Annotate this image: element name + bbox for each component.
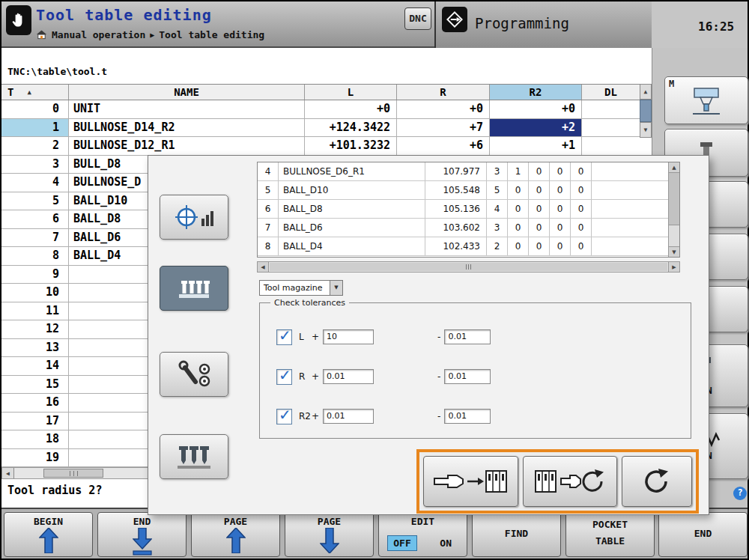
- cell-l: +124.3422: [305, 119, 397, 137]
- cell-t: 4: [1, 174, 69, 192]
- scroll-right-icon[interactable]: ▶: [668, 262, 679, 272]
- magazine-row[interactable]: 6 BALL_D8 105.136 4 0 0 0 0: [258, 200, 679, 219]
- softkey-edit-toggle[interactable]: EDIT OFF ON: [378, 512, 467, 557]
- cell-t: 12: [1, 320, 69, 338]
- app-header: Tool table editing Manual operation ▶ To…: [1, 1, 748, 48]
- cell-tool-name: BALL_D10: [279, 181, 425, 199]
- table-row[interactable]: 1 BULLNOSE_D14_R2 +124.3422 +7 +2: [1, 119, 640, 138]
- scroll-down-icon[interactable]: ▼: [669, 246, 679, 257]
- magazine-row[interactable]: 7 BALL_D6 103.602 3 0 0 0 0: [258, 219, 679, 237]
- cell-radius: 4: [487, 200, 508, 218]
- cell-r2: 0: [508, 237, 529, 255]
- scroll-up-icon[interactable]: ▲: [640, 84, 652, 100]
- tolerance-checkbox[interactable]: ✓: [276, 409, 292, 424]
- softkey-pocket-table[interactable]: POCKET TABLE: [565, 512, 655, 557]
- softkey-label: PAGE: [285, 516, 373, 527]
- cell-filler: [592, 200, 679, 218]
- scroll-up-icon[interactable]: ▲: [669, 162, 679, 173]
- tolerance-plus-input[interactable]: 0.01: [323, 409, 374, 424]
- col-header-r2[interactable]: R2: [490, 85, 582, 100]
- magazine-row[interactable]: 5 BALL_D10 105.548 5 0 0 0 0: [258, 181, 679, 200]
- arrow-down-bar-icon: [133, 528, 152, 556]
- softkey-label: BEGIN: [4, 516, 92, 527]
- wrench-icon: [176, 359, 212, 389]
- tolerance-checkbox[interactable]: ✓: [276, 369, 292, 385]
- scroll-down-icon[interactable]: ▼: [640, 122, 652, 138]
- tolerance-minus-input[interactable]: 0.01: [444, 409, 491, 424]
- programming-tab[interactable]: Programming: [434, 1, 652, 48]
- cell-filler: [592, 219, 679, 237]
- tolerance-checkbox[interactable]: ✓: [276, 329, 292, 345]
- cell-r2: +1: [490, 137, 582, 155]
- tolerance-label: L: [299, 332, 312, 342]
- col-header-l[interactable]: L: [305, 85, 397, 100]
- cell-tool-name: BULLNOSE_D6_R1: [279, 162, 425, 180]
- tolerance-minus-input[interactable]: 0.01: [444, 329, 491, 344]
- magazine-select[interactable]: Tool magazine ▼: [259, 280, 343, 296]
- softkey-m-tool-call[interactable]: M: [664, 76, 748, 124]
- scroll-thumb[interactable]: [43, 469, 103, 478]
- rotate-magazine-button[interactable]: [622, 456, 692, 507]
- cell-length: 103.602: [425, 219, 487, 237]
- tnc-screen: Tool table editing Manual operation ▶ To…: [0, 0, 749, 560]
- table-row[interactable]: 0 UNIT +0 +0 +0: [1, 100, 640, 119]
- cell-t: 3: [1, 156, 69, 174]
- m-label: M: [669, 79, 674, 89]
- cell-t: 6: [1, 210, 69, 228]
- clock: 16:25: [698, 19, 734, 34]
- softkey-find[interactable]: FIND: [472, 512, 561, 557]
- tool-calibrate-button[interactable]: [160, 195, 228, 240]
- magazine-action-group: [416, 449, 699, 514]
- scroll-thumb[interactable]: [640, 100, 652, 122]
- cell-col3: 0: [529, 162, 550, 180]
- softkey-end-row[interactable]: END: [97, 512, 187, 557]
- cell-r2: +2: [490, 119, 582, 137]
- scroll-left-icon[interactable]: ◀: [2, 468, 14, 478]
- arrow-up-icon: [39, 528, 58, 553]
- col-header-dl[interactable]: DL: [582, 85, 640, 100]
- tool-list-button[interactable]: [160, 434, 228, 479]
- dialog-horizontal-scrollbar[interactable]: ◀ ▶: [257, 261, 680, 273]
- cell-r2: +0: [490, 100, 582, 118]
- load-tool-to-magazine-button[interactable]: [423, 456, 518, 507]
- help-icon[interactable]: ?: [733, 487, 747, 500]
- field-prompt: Tool radius 2?: [7, 484, 102, 497]
- softkey-begin[interactable]: BEGIN: [4, 512, 93, 557]
- col-header-r[interactable]: R: [397, 85, 490, 100]
- softkey-label: PAGE: [192, 516, 279, 527]
- arrow-down-icon: [320, 528, 339, 553]
- scroll-left-icon[interactable]: ◀: [258, 262, 269, 272]
- tool-magazine-view-button[interactable]: [160, 266, 228, 311]
- tolerance-minus-input[interactable]: 0.01: [444, 369, 491, 384]
- cell-col3: 0: [529, 181, 550, 199]
- col-header-name[interactable]: NAME: [69, 85, 305, 100]
- hand-icon: [10, 10, 27, 30]
- tool-to-magazine-icon: [431, 465, 509, 498]
- col-header-t[interactable]: T ▲: [1, 85, 69, 100]
- softkey-page-up[interactable]: PAGE: [191, 512, 280, 557]
- tolerance-plus-input[interactable]: 0.01: [323, 369, 374, 384]
- dialog-vertical-scrollbar[interactable]: ▲ ▼: [668, 162, 679, 257]
- tolerance-plus-input[interactable]: 10: [323, 329, 374, 344]
- cell-t: 19: [1, 449, 69, 467]
- scroll-thumb[interactable]: [669, 173, 679, 225]
- table-row[interactable]: 2 BULLNOSE_D12_R1 +101.3232 +6 +1: [1, 137, 640, 156]
- programming-label: Programming: [475, 15, 569, 31]
- unload-magazine-button[interactable]: [523, 456, 618, 507]
- tool-service-button[interactable]: [160, 352, 228, 397]
- cell-r2: 0: [508, 219, 529, 237]
- manual-mode-hand-icon[interactable]: [6, 5, 31, 35]
- softkey-page-down[interactable]: PAGE: [285, 512, 374, 557]
- time-area: 16:25: [652, 1, 748, 48]
- magazine-tools-icon: [176, 273, 212, 303]
- cell-pocket: 7: [258, 219, 279, 237]
- cell-dl: [582, 119, 640, 137]
- softkey-end[interactable]: END: [658, 512, 748, 557]
- dropdown-arrow-icon[interactable]: ▼: [330, 281, 342, 295]
- tolerance-row: ✓ R + 0.01 - 0.01: [276, 368, 691, 386]
- scroll-thumb[interactable]: [270, 263, 667, 271]
- sort-asc-icon: ▲: [27, 88, 31, 96]
- magazine-row[interactable]: 8 BALL_D4 102.433 2 0 0 0 0: [258, 237, 679, 256]
- dnc-badge[interactable]: DNC: [404, 7, 431, 30]
- magazine-row[interactable]: 4 BULLNOSE_D6_R1 107.977 3 1 0 0 0: [258, 162, 679, 181]
